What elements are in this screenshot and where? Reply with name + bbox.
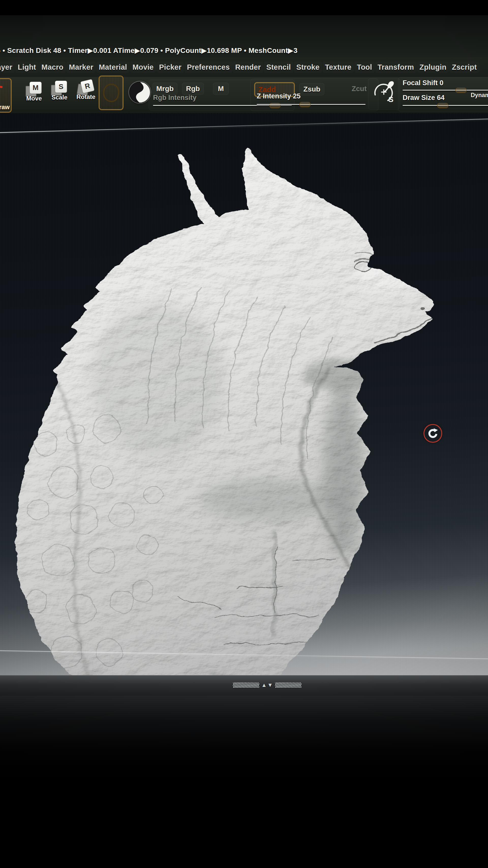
- stroke-type-button[interactable]: S: [371, 80, 396, 104]
- menu-light[interactable]: Light: [15, 62, 39, 73]
- draw-size-track[interactable]: [402, 105, 488, 106]
- current-brush-button[interactable]: [99, 75, 124, 110]
- z-intensity-label: Z Intensity 25: [257, 92, 365, 100]
- mrgb-button[interactable]: Mrgb: [153, 83, 177, 95]
- tray-arrow-up-icon[interactable]: ▲: [261, 682, 267, 688]
- scale-key-icon: S: [55, 81, 67, 93]
- scale-label: Scale: [47, 94, 72, 101]
- rotate-label: Rotate: [74, 93, 98, 100]
- dragon-sculpt-model[interactable]: [0, 113, 488, 675]
- draw-size-handle[interactable]: [437, 103, 448, 108]
- z-intensity-track[interactable]: [257, 104, 365, 105]
- monitor-bezel-top: [0, 0, 488, 15]
- focal-shift-handle[interactable]: [455, 88, 467, 93]
- move-label: Move: [22, 95, 46, 102]
- svg-text:S: S: [388, 95, 393, 103]
- freehand-stroke-icon: S: [371, 80, 396, 104]
- z-intensity-handle[interactable]: [299, 102, 311, 107]
- tray-grip-left[interactable]: [233, 682, 259, 688]
- session-stats: 5 • Scratch Disk 48 • Timer▶0.001 ATime▶…: [0, 46, 298, 57]
- menu-layer[interactable]: Layer: [0, 62, 15, 73]
- draw-mode-button[interactable]: Draw: [0, 78, 12, 113]
- rotate-cursor-indicator: [423, 424, 442, 443]
- menu-material[interactable]: Material: [96, 62, 130, 73]
- focal-shift-track[interactable]: [402, 90, 488, 91]
- menu-picker[interactable]: Picker: [157, 62, 184, 73]
- monitor-photo: 5 • Scratch Disk 48 • Timer▶0.001 ATime▶…: [0, 0, 488, 868]
- menu-render[interactable]: Render: [233, 62, 263, 73]
- rgb-intensity-handle[interactable]: [269, 103, 281, 108]
- draw-pen-icon: [0, 85, 3, 88]
- tray-resize-handle[interactable]: ▲ ▼: [233, 682, 301, 688]
- tray-grip-right[interactable]: [275, 682, 301, 688]
- tray-arrow-down-icon[interactable]: ▼: [267, 682, 273, 688]
- title-stats-bar: 5 • Scratch Disk 48 • Timer▶0.001 ATime▶…: [0, 15, 488, 57]
- menu-zplugin[interactable]: Zplugin: [417, 62, 449, 73]
- menu-texture[interactable]: Texture: [323, 62, 354, 73]
- menu-stroke[interactable]: Stroke: [294, 62, 322, 73]
- rotate-key-icon: R: [80, 79, 95, 94]
- top-shelf-toolbar: Draw M Move S Scale R Rotate: [0, 77, 488, 113]
- rotate-clockwise-icon: [427, 428, 438, 439]
- focal-shift-label: Focal Shift 0: [402, 79, 488, 87]
- focal-shift-slider[interactable]: Focal Shift 0: [402, 79, 488, 87]
- bottom-tray-divider: ▲ ▼: [0, 675, 488, 695]
- menu-macro[interactable]: Macro: [39, 62, 66, 73]
- dynamic-mode-label[interactable]: Dynamic: [471, 92, 488, 99]
- monitor-bezel-bottom: [0, 695, 488, 868]
- rgb-intensity-track[interactable]: [153, 105, 292, 106]
- menu-preferences[interactable]: Preferences: [185, 62, 232, 73]
- draw-label: Draw: [0, 103, 10, 111]
- menu-marker[interactable]: Marker: [66, 62, 96, 73]
- menu-tool[interactable]: Tool: [354, 62, 375, 73]
- matcap-sphere-icon: [129, 82, 151, 103]
- menubar: Layer Light Macro Marker Material Movie …: [0, 57, 488, 77]
- menu-stencil[interactable]: Stencil: [264, 62, 294, 73]
- move-key-icon: M: [30, 82, 42, 94]
- sculpt-viewport[interactable]: [0, 113, 488, 675]
- m-button[interactable]: M: [213, 83, 229, 95]
- zbrush-window: 5 • Scratch Disk 48 • Timer▶0.001 ATime▶…: [0, 15, 488, 695]
- menu-movie[interactable]: Movie: [130, 62, 156, 73]
- menu-zscript[interactable]: Zscript: [449, 62, 479, 73]
- brush-stroke-circle-icon: [102, 83, 120, 103]
- menu-transform[interactable]: Transform: [375, 62, 417, 73]
- rgb-button[interactable]: Rgb: [182, 83, 204, 95]
- z-intensity-slider[interactable]: Z Intensity 25: [257, 92, 365, 100]
- current-material-sphere[interactable]: [129, 82, 151, 103]
